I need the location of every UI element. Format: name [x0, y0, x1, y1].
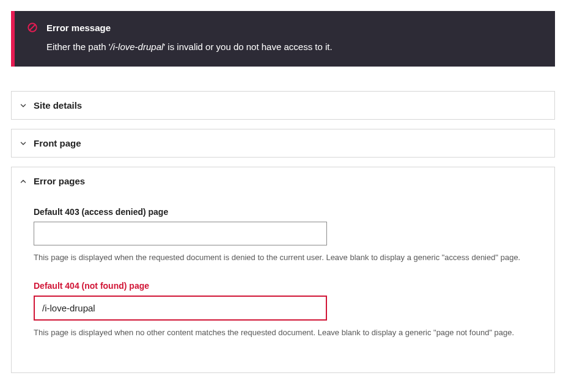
error-title: Error message — [46, 23, 111, 33]
input-404[interactable] — [34, 296, 327, 321]
accordion-body-error-pages: Default 403 (access denied) page This pa… — [12, 195, 554, 372]
error-icon — [27, 22, 38, 33]
error-prefix: Either the path ' — [46, 42, 111, 52]
svg-line-1 — [30, 25, 35, 31]
accordion-title: Error pages — [34, 176, 85, 186]
help-403: This page is displayed when the requeste… — [34, 252, 532, 264]
accordion-title: Front page — [34, 138, 81, 148]
chevron-down-icon — [19, 101, 28, 110]
error-path: /i-love-drupal — [111, 42, 164, 52]
chevron-down-icon — [19, 139, 28, 148]
accordion-error-pages: Error pages Default 403 (access denied) … — [11, 167, 555, 373]
accordion-site-details: Site details — [11, 91, 555, 120]
error-header: Error message — [27, 22, 543, 33]
chevron-up-icon — [19, 177, 28, 186]
error-suffix: ' is invalid or you do not have access t… — [163, 42, 332, 52]
error-message-banner: Error message Either the path '/i-love-d… — [11, 11, 555, 67]
help-404: This page is displayed when no other con… — [34, 327, 532, 339]
label-404: Default 404 (not found) page — [34, 281, 532, 291]
field-403: Default 403 (access denied) page This pa… — [34, 207, 532, 264]
accordion-front-page: Front page — [11, 129, 555, 158]
error-body: Either the path '/i-love-drupal' is inva… — [46, 42, 543, 52]
accordion-title: Site details — [34, 100, 82, 111]
label-403: Default 403 (access denied) page — [34, 207, 532, 217]
accordion-header-site-details[interactable]: Site details — [12, 92, 554, 119]
accordion-header-error-pages[interactable]: Error pages — [12, 167, 554, 195]
field-404: Default 404 (not found) page This page i… — [34, 281, 532, 339]
accordion-header-front-page[interactable]: Front page — [12, 129, 554, 157]
input-403[interactable] — [34, 222, 327, 245]
